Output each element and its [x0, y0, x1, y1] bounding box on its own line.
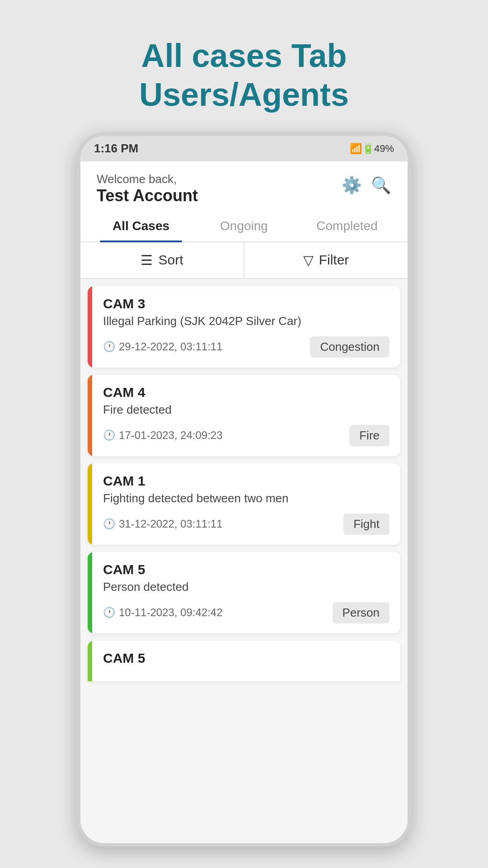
- card-body-partial: CAM 5: [92, 641, 400, 681]
- case-card-cam5[interactable]: CAM 5 Person detected 🕐 10-11-2023, 09:4…: [88, 552, 400, 633]
- clock-icon: 🕐: [103, 429, 115, 441]
- app-content: Welcome back, Test Account ⚙️ 🔍 All Case…: [80, 161, 408, 843]
- card-desc: Fire detected: [103, 403, 389, 417]
- case-card-cam4[interactable]: CAM 4 Fire detected 🕐 17-01-2023, 24:09:…: [88, 375, 400, 456]
- case-card-cam1[interactable]: CAM 1 Fighting detected between two men …: [88, 463, 400, 545]
- card-footer: 🕐 17-01-2023, 24:09:23 Fire: [103, 425, 389, 446]
- card-tag: Congestion: [310, 336, 389, 358]
- user-greeting: Welcome back, Test Account: [97, 172, 198, 205]
- card-footer: 🕐 10-11-2023, 09:42:42 Person: [103, 602, 389, 623]
- clock-icon: 🕐: [103, 341, 115, 353]
- sort-icon: ☰: [141, 252, 153, 268]
- filter-icon: ▽: [303, 252, 314, 268]
- phone-screen: 1:16 PM 📶🔋49% Welcome back, Test Account…: [80, 136, 408, 843]
- card-cam: CAM 3: [103, 296, 389, 311]
- tabs-bar: All Cases Ongoing Completed: [80, 211, 408, 242]
- card-desc: Person detected: [103, 580, 389, 594]
- cases-list: CAM 3 Illegal Parking (SJK 2042P Silver …: [80, 279, 408, 843]
- sort-button[interactable]: ☰ Sort: [80, 242, 244, 278]
- status-time: 1:16 PM: [94, 142, 138, 156]
- tab-completed[interactable]: Completed: [296, 211, 399, 241]
- card-body: CAM 3 Illegal Parking (SJK 2042P Silver …: [92, 286, 400, 368]
- card-cam-partial: CAM 5: [103, 651, 389, 666]
- card-time: 🕐 17-01-2023, 24:09:23: [103, 429, 223, 442]
- tab-ongoing[interactable]: Ongoing: [192, 211, 296, 241]
- tab-all-cases[interactable]: All Cases: [89, 211, 192, 241]
- card-desc: Fighting detected between two men: [103, 491, 389, 505]
- card-time: 🕐 10-11-2023, 09:42:42: [103, 606, 223, 619]
- card-cam: CAM 5: [103, 562, 389, 577]
- account-name: Test Account: [97, 186, 198, 205]
- case-card-cam3[interactable]: CAM 3 Illegal Parking (SJK 2042P Silver …: [88, 286, 400, 368]
- status-bar: 1:16 PM 📶🔋49%: [80, 136, 408, 161]
- case-card-partial[interactable]: CAM 5: [88, 641, 400, 681]
- card-desc: Illegal Parking (SJK 2042P Silver Car): [103, 314, 389, 328]
- clock-icon: 🕐: [103, 518, 115, 530]
- app-header: Welcome back, Test Account ⚙️ 🔍: [80, 161, 408, 211]
- card-tag: Person: [333, 602, 389, 623]
- card-cam: CAM 4: [103, 385, 389, 400]
- card-accent-lime: [88, 641, 92, 681]
- status-icons: 📶🔋49%: [350, 143, 394, 155]
- welcome-text: Welcome back,: [97, 172, 198, 186]
- card-footer: 🕐 29-12-2022, 03:11:11 Congestion: [103, 336, 389, 358]
- card-accent-yellow: [88, 463, 92, 545]
- card-accent-green: [88, 552, 92, 633]
- card-tag: Fight: [343, 514, 389, 535]
- clock-icon: 🕐: [103, 607, 115, 618]
- card-accent-orange: [88, 375, 92, 456]
- phone-frame: 1:16 PM 📶🔋49% Welcome back, Test Account…: [77, 132, 411, 847]
- page-title: All cases Tab Users/Agents: [139, 36, 349, 114]
- sort-filter-bar: ☰ Sort ▽ Filter: [80, 242, 408, 279]
- card-time: 🕐 29-12-2022, 03:11:11: [103, 340, 223, 353]
- card-footer: 🕐 31-12-2022, 03:11:11 Fight: [103, 514, 389, 535]
- card-body: CAM 1 Fighting detected between two men …: [92, 463, 400, 545]
- search-icon[interactable]: 🔍: [371, 176, 391, 195]
- header-icons: ⚙️ 🔍: [342, 176, 391, 195]
- filter-button[interactable]: ▽ Filter: [244, 242, 408, 278]
- card-body: CAM 5 Person detected 🕐 10-11-2023, 09:4…: [92, 552, 400, 633]
- settings-icon[interactable]: ⚙️: [342, 176, 362, 195]
- card-time: 🕐 31-12-2022, 03:11:11: [103, 518, 223, 530]
- card-tag: Fire: [349, 425, 389, 446]
- card-body: CAM 4 Fire detected 🕐 17-01-2023, 24:09:…: [92, 375, 400, 456]
- card-cam: CAM 1: [103, 473, 389, 489]
- card-accent-red: [88, 286, 92, 368]
